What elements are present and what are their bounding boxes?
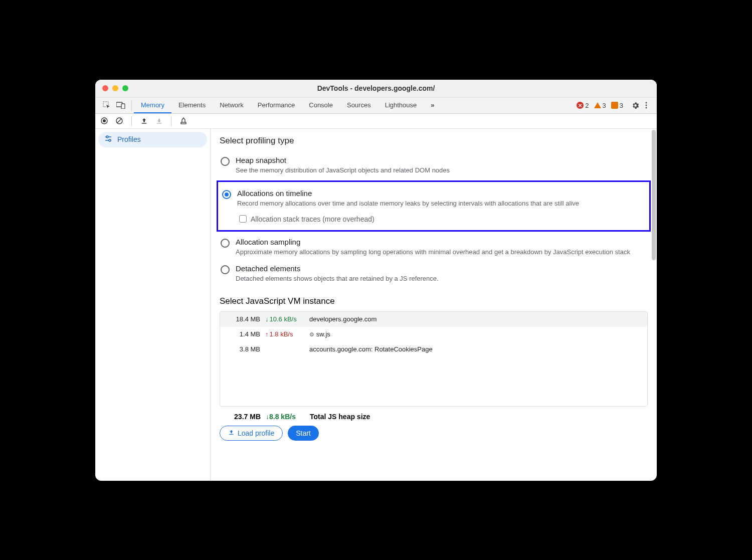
vm-size: 18.4 MB [225, 315, 260, 323]
scrollbar[interactable] [652, 130, 656, 260]
kebab-menu-icon[interactable] [642, 101, 651, 110]
profiling-type-heading: Select profiling type [220, 136, 648, 146]
svg-rect-10 [141, 123, 146, 123]
window-title: DevTools - developers.google.com/ [95, 84, 657, 92]
sidebar-item-label: Profiles [117, 135, 141, 143]
option-allocations-timeline[interactable]: Allocations on timeline Record memory al… [221, 185, 646, 227]
option-desc: Record memory allocations over time and … [237, 199, 645, 208]
svg-point-16 [109, 139, 111, 141]
vm-row[interactable]: 1.4 MB ↑1.8 kB/s ⚙ sw.js [220, 327, 647, 342]
tab-elements[interactable]: Elements [171, 98, 213, 113]
errors-badge[interactable]: ✕ 2 [575, 102, 590, 109]
device-toggle-icon[interactable] [116, 101, 125, 110]
svg-point-14 [106, 136, 108, 138]
arrow-down-icon: ↓ [266, 413, 269, 421]
start-button[interactable]: Start [288, 426, 319, 441]
divider [131, 116, 132, 126]
inspect-icon[interactable] [102, 101, 111, 110]
download-icon[interactable] [154, 116, 164, 126]
vm-size: 3.8 MB [225, 345, 260, 353]
upload-icon[interactable] [139, 116, 149, 126]
arrow-down-icon: ↓ [265, 315, 269, 323]
svg-point-3 [646, 102, 647, 104]
button-label: Load profile [238, 429, 274, 437]
total-label: Total JS heap size [310, 413, 370, 421]
issue-icon [611, 102, 618, 109]
svg-point-7 [103, 119, 106, 122]
tab-memory[interactable]: Memory [134, 98, 171, 113]
tab-lighthouse[interactable]: Lighthouse [378, 98, 424, 113]
maximize-window-button[interactable] [122, 85, 128, 91]
svg-point-4 [646, 105, 647, 106]
option-desc: Approximate memory allocations by sampli… [236, 248, 630, 257]
upload-icon [228, 429, 235, 437]
highlighted-option: Allocations on timeline Record memory al… [217, 180, 651, 232]
warnings-badge[interactable]: 3 [593, 102, 608, 109]
main-panel: Select profiling type Heap snapshot See … [211, 129, 657, 481]
errors-count: 2 [585, 102, 589, 109]
traffic-lights [102, 85, 128, 91]
vm-row[interactable]: 3.8 MB accounts.google.com: RotateCookie… [220, 342, 647, 357]
settings-icon[interactable] [631, 101, 640, 110]
radio-icon[interactable] [221, 239, 230, 248]
vm-rate: ↑1.8 kB/s [265, 330, 304, 338]
devtools-window: DevTools - developers.google.com/ Memory… [95, 80, 657, 481]
option-allocation-sampling[interactable]: Allocation sampling Approximate memory a… [220, 234, 648, 261]
vm-size: 1.4 MB [225, 330, 260, 338]
vm-rate: ↓10.6 kB/s [265, 315, 304, 323]
divider [171, 116, 171, 126]
issues-count: 3 [620, 102, 623, 109]
radio-icon[interactable] [222, 190, 231, 199]
warning-icon [594, 102, 601, 108]
sidebar-item-profiles[interactable]: Profiles [98, 132, 207, 147]
warnings-count: 3 [603, 102, 606, 109]
sidebar: Profiles [95, 129, 211, 481]
svg-line-9 [117, 119, 121, 123]
svg-rect-17 [229, 434, 233, 434]
divider [131, 100, 132, 111]
load-profile-button[interactable]: Load profile [220, 426, 283, 441]
vm-label: developers.google.com [309, 315, 642, 323]
option-heap-snapshot[interactable]: Heap snapshot See the memory distributio… [220, 152, 648, 179]
vm-label: ⚙ sw.js [309, 330, 642, 338]
button-label: Start [296, 429, 311, 437]
svg-rect-12 [181, 122, 186, 124]
option-label: Allocation sampling [236, 238, 630, 246]
option-desc: See the memory distribution of JavaScrip… [236, 166, 450, 175]
tab-network[interactable]: Network [213, 98, 251, 113]
radio-icon[interactable] [221, 265, 230, 274]
radio-icon[interactable] [221, 157, 230, 166]
collect-garbage-icon[interactable] [178, 116, 189, 126]
svg-rect-2 [121, 104, 125, 109]
tab-performance[interactable]: Performance [251, 98, 302, 113]
memory-body: Profiles Select profiling type Heap snap… [95, 129, 657, 481]
suboption-stack-traces[interactable]: Allocation stack traces (more overhead) [239, 215, 645, 223]
record-icon[interactable] [99, 116, 109, 126]
arrow-up-icon: ↑ [265, 330, 269, 338]
vm-row[interactable]: 18.4 MB ↓10.6 kB/s developers.google.com [220, 312, 647, 327]
panel-tab-bar: Memory Elements Network Performance Cons… [95, 98, 657, 114]
vm-instance-heading: Select JavaScript VM instance [220, 296, 648, 306]
option-label: Heap snapshot [236, 156, 450, 164]
checkbox-icon[interactable] [239, 215, 247, 223]
issues-badge[interactable]: 3 [610, 102, 625, 109]
more-tabs-button[interactable]: » [424, 98, 441, 113]
minimize-window-button[interactable] [112, 85, 118, 91]
tab-sources[interactable]: Sources [340, 98, 378, 113]
sliders-icon [104, 135, 112, 144]
vm-label: accounts.google.com: RotateCookiesPage [309, 345, 642, 353]
option-label: Detached elements [236, 264, 439, 273]
titlebar: DevTools - developers.google.com/ [95, 80, 657, 98]
error-icon: ✕ [577, 102, 584, 109]
gear-icon: ⚙ [309, 331, 314, 337]
close-window-button[interactable] [102, 85, 108, 91]
option-label: Allocations on timeline [237, 189, 645, 198]
vm-instance-list: 18.4 MB ↓10.6 kB/s developers.google.com… [220, 311, 648, 407]
clear-icon[interactable] [114, 116, 124, 126]
option-desc: Detached elements shows objects that are… [236, 274, 439, 283]
option-detached-elements[interactable]: Detached elements Detached elements show… [220, 260, 648, 287]
suboption-label: Allocation stack traces (more overhead) [251, 215, 374, 223]
tab-console[interactable]: Console [302, 98, 340, 113]
svg-point-5 [646, 107, 647, 109]
total-rate: ↓8.8 kB/s [266, 413, 305, 421]
